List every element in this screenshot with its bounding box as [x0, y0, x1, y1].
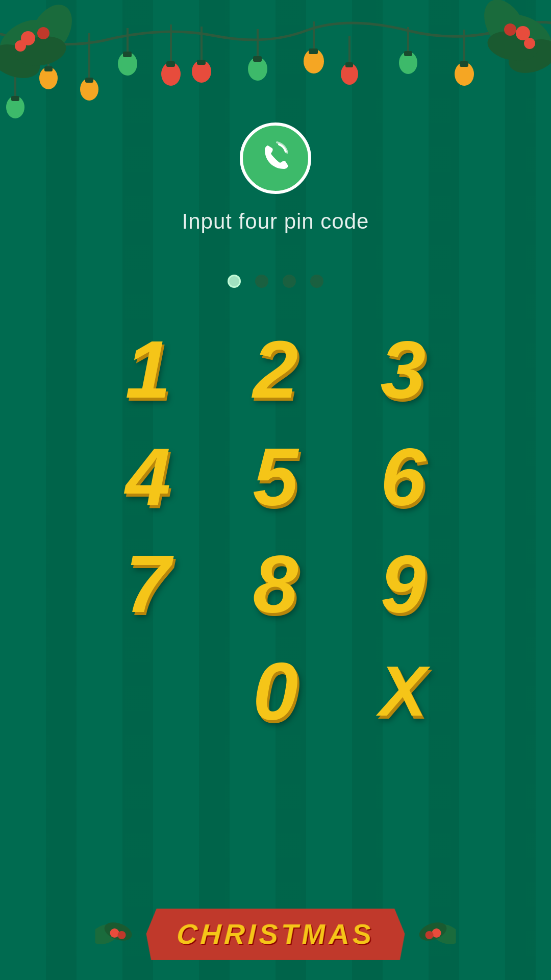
- key-6[interactable]: 6: [347, 426, 459, 528]
- key-3[interactable]: 3: [347, 318, 459, 421]
- holly-banner-right: [415, 919, 456, 949]
- pin-dot-4: [310, 275, 323, 288]
- svg-point-54: [425, 931, 433, 939]
- banner-ribbon: CHRISTMAS: [143, 909, 408, 960]
- svg-point-53: [432, 928, 441, 938]
- phone-icon-wrapper: [240, 122, 311, 194]
- key-1[interactable]: 1: [92, 318, 204, 421]
- key-2[interactable]: 2: [219, 318, 332, 421]
- key-9[interactable]: 9: [347, 533, 459, 635]
- holly-banner-left: [95, 919, 136, 949]
- pin-dots-container: [228, 275, 323, 288]
- christmas-banner-area: CHRISTMAS: [95, 908, 456, 960]
- phone-icon: [258, 140, 293, 176]
- svg-point-49: [110, 928, 119, 938]
- pin-dot-1: [228, 275, 241, 288]
- key-7[interactable]: 7: [92, 533, 204, 635]
- key-4[interactable]: 4: [92, 426, 204, 528]
- key-5[interactable]: 5: [219, 426, 332, 528]
- pin-dot-3: [283, 275, 296, 288]
- subtitle-text: Input four pin code: [182, 209, 369, 234]
- svg-point-50: [118, 931, 126, 939]
- numpad: 1 2 3 4 5 6 7 8 9 0 X: [92, 318, 459, 742]
- key-0[interactable]: 0: [219, 640, 332, 742]
- christmas-label: CHRISTMAS: [176, 918, 375, 950]
- key-delete[interactable]: X: [347, 640, 459, 742]
- main-content: Input four pin code 1 2 3 4 5 6 7 8 9 0 …: [0, 0, 551, 980]
- pin-dot-2: [255, 275, 268, 288]
- key-8[interactable]: 8: [219, 533, 332, 635]
